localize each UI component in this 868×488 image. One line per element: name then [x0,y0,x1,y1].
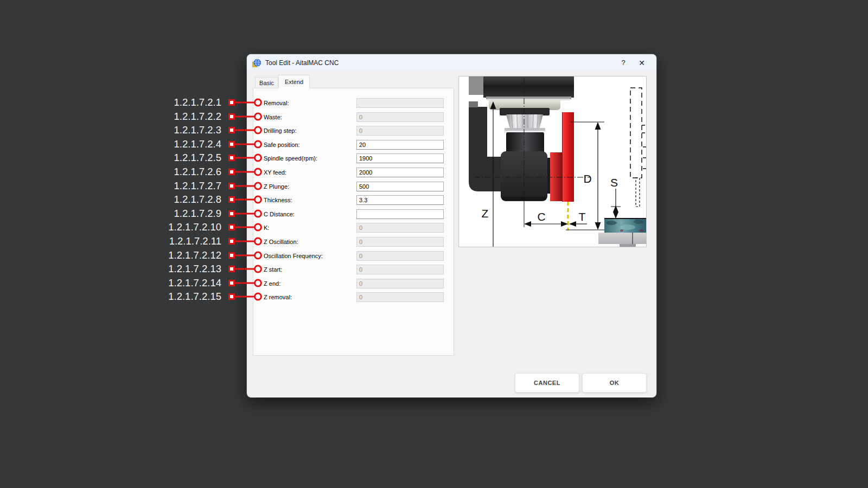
ok-button[interactable]: OK [582,373,647,393]
form-row: XY feed: [253,166,454,179]
form-row: C Distance: [253,207,454,221]
form-row: Z Oscillation: [253,235,454,249]
field-label: Spindle speed(rpm): [264,155,317,162]
close-button[interactable]: ✕ [633,56,651,70]
callout-number: 1.2.1.7.2.7 [174,180,221,192]
field-label: Z Plunge: [264,183,289,190]
field-label: C Distance: [264,211,295,217]
callout-square-marker [228,155,235,161]
field-input [356,265,444,274]
form-row: Z start: [253,263,454,277]
callout-square-marker [228,238,235,245]
dim-label-s: S [610,176,618,189]
spindle-head-graphic [469,76,574,202]
callout-number: 1.2.1.7.2.12 [168,249,221,261]
callout-square-marker [228,141,235,147]
ghost-tool-outline [611,88,646,207]
field-input [356,98,444,108]
field-label: Z start: [264,266,282,273]
field-label: Safe position: [264,142,300,148]
dim-label-z: Z [482,207,489,220]
field-label: XY feed: [264,169,286,176]
callout-number: 1.2.1.7.2.8 [174,194,221,206]
form-row: Z Plunge: [253,179,454,193]
callout-square-marker [228,99,235,106]
field-input[interactable] [356,168,444,177]
form-row: Z removal: [253,291,454,304]
field-label: Removal: [264,100,289,106]
callout-square-marker [228,169,235,175]
field-input [356,223,444,233]
callout-square-marker [228,252,235,259]
callout-number: 1.2.1.7.2.10 [168,221,221,233]
field-input[interactable] [356,182,444,191]
cancel-button[interactable]: CANCEL [515,373,579,393]
callout-number: 1.2.1.7.2.15 [168,291,221,303]
callout-square-marker [228,224,235,230]
callout-square-marker [228,210,235,217]
callout-square-marker [228,127,235,133]
form-row: Drilling step: [253,124,454,138]
field-label: Z Oscillation: [264,239,298,245]
form-row: Removal: [253,97,454,110]
callout-square-marker [228,280,235,286]
field-input [356,126,444,136]
field-input [356,292,444,302]
field-input[interactable] [356,209,444,219]
dim-label-d: D [583,172,591,185]
form-row: Oscillation Frequency: [253,249,454,262]
form-row: K: [253,221,454,235]
field-label: Z end: [264,280,280,287]
field-label: Z removal: [264,294,292,300]
dialog-titlebar[interactable]: Tool Edit - AitalMAC CNC ? ✕ [247,54,656,71]
callout-square-marker [228,293,235,300]
field-label: K: [264,224,269,231]
field-input [356,237,444,247]
dim-label-c: C [537,210,545,223]
callout-number: 1.2.1.7.2.13 [168,263,221,275]
form-row: Z end: [253,277,454,290]
callout-number: 1.2.1.7.2.2 [174,111,221,123]
callout-number: 1.2.1.7.2.11 [169,235,221,247]
callout-number: 1.2.1.7.2.9 [174,208,221,220]
form-row: Spindle speed(rpm): [253,152,454,165]
field-input [356,251,444,261]
callout-square-marker [228,266,235,272]
tab-extend[interactable]: Extend [278,75,310,88]
dim-label-t: T [579,210,586,223]
form-row: Thickness: [253,194,454,207]
field-label: Oscillation Frequency: [264,253,323,259]
help-button[interactable]: ? [614,56,633,70]
callout-number: 1.2.1.7.2.6 [174,166,221,178]
callout-number: 1.2.1.7.2.3 [174,124,221,136]
field-input [356,279,444,288]
field-input[interactable] [356,153,444,163]
field-input [356,112,444,122]
callout-number: 1.2.1.7.2.5 [174,152,221,164]
callout-square-marker [228,196,235,203]
field-input[interactable] [356,195,444,205]
field-label: Waste: [264,114,282,120]
callout-square-marker [228,183,235,189]
callout-number: 1.2.1.7.2.1 [174,97,221,108]
field-label: Thickness: [264,197,292,203]
callout-square-marker [228,113,235,120]
tool-diagram: Z C T D S [458,76,647,247]
workpiece-graphic [598,219,646,247]
callout-number: 1.2.1.7.2.14 [168,277,221,289]
dialog-title: Tool Edit - AitalMAC CNC [265,59,614,67]
globe-icon [252,59,261,67]
tool-edit-dialog: Tool Edit - AitalMAC CNC ? ✕ Basic Exten… [247,54,656,397]
screen: Tool Edit - AitalMAC CNC ? ✕ Basic Exten… [0,0,868,488]
form-row: Waste: [253,110,454,124]
tab-basic[interactable]: Basic [255,77,278,88]
callout-number: 1.2.1.7.2.4 [174,138,221,150]
field-label: Drilling step: [264,127,297,134]
field-input[interactable] [356,140,444,150]
extend-tab-panel: Removal:Waste:Drilling step:Safe positio… [253,88,454,356]
form-row: Safe position: [253,138,454,151]
